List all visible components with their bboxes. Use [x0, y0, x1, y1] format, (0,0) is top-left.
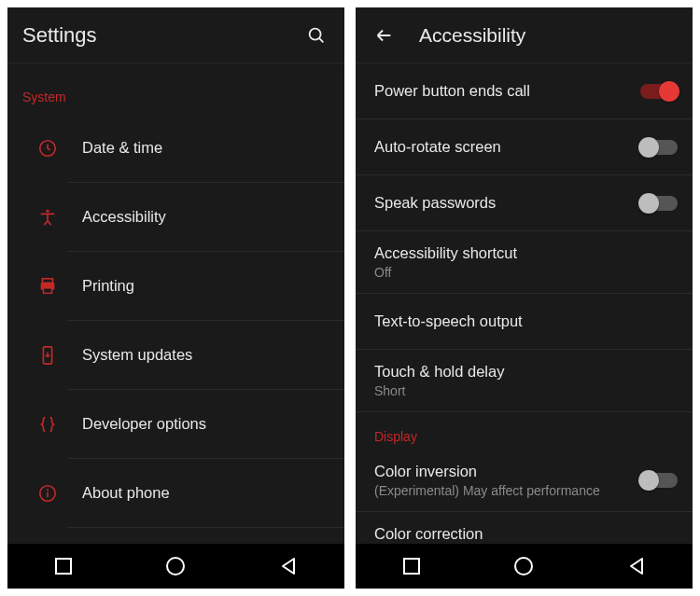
item-label: Color correction	[374, 525, 678, 543]
item-label: Text-to-speech output	[374, 312, 678, 330]
item-label: Date & time	[82, 139, 329, 157]
svg-line-1	[319, 37, 323, 41]
item-touch-hold-delay[interactable]: Touch & hold delay Short	[356, 350, 693, 412]
braces-icon	[37, 414, 58, 435]
toggle-power-button-ends-call[interactable]	[640, 84, 678, 99]
page-title: Settings	[22, 23, 303, 48]
item-label: Auto-rotate screen	[374, 138, 640, 156]
settings-item-system-updates[interactable]: System updates	[67, 321, 344, 390]
info-icon	[37, 483, 58, 504]
toggle-speak-passwords[interactable]	[640, 196, 678, 211]
toggle-auto-rotate[interactable]	[640, 140, 678, 155]
svg-point-0	[310, 28, 321, 39]
circle-icon	[165, 556, 186, 576]
settings-item-accessibility[interactable]: Accessibility	[67, 183, 344, 252]
item-accessibility-shortcut[interactable]: Accessibility shortcut Off	[356, 231, 693, 294]
nav-back-button[interactable]	[609, 556, 665, 576]
appbar: Accessibility	[356, 7, 693, 63]
settings-screen: Settings System Date & time Accessibilit…	[7, 7, 344, 589]
item-label: Touch & hold delay	[374, 363, 678, 381]
circle-icon	[513, 556, 534, 576]
svg-rect-10	[47, 492, 49, 497]
item-sub: (Experimental) May affect performance	[374, 483, 640, 498]
svg-rect-6	[43, 287, 51, 293]
accessibility-screen: Accessibility Power button ends call Aut…	[356, 7, 693, 589]
item-label: About phone	[82, 484, 329, 502]
android-navbar	[356, 544, 693, 589]
item-label: Power button ends call	[374, 82, 640, 100]
arrow-back-icon	[373, 25, 394, 46]
page-title: Accessibility	[419, 24, 525, 47]
section-header-display: Display	[356, 412, 693, 450]
accessibility-icon	[37, 207, 58, 228]
nav-recent-button[interactable]	[35, 557, 91, 575]
section-header-system: System	[7, 63, 344, 114]
item-label: Color inversion	[374, 463, 640, 480]
search-icon	[306, 25, 327, 46]
item-label: Printing	[82, 277, 329, 295]
square-icon	[402, 557, 421, 575]
accessibility-list: Power button ends call Auto-rotate scree…	[356, 63, 693, 544]
settings-item-about-phone[interactable]: About phone	[67, 459, 344, 528]
nav-recent-button[interactable]	[384, 557, 440, 575]
nav-home-button[interactable]	[147, 556, 203, 576]
item-label: Speak passwords	[374, 194, 640, 212]
settings-item-date-time[interactable]: Date & time	[67, 114, 344, 183]
android-navbar	[7, 544, 344, 589]
item-color-correction[interactable]: Color correction	[356, 512, 693, 544]
printer-icon	[37, 276, 58, 297]
phone-update-icon	[37, 345, 58, 366]
svg-point-3	[46, 209, 49, 212]
back-button[interactable]	[371, 22, 397, 49]
item-label: Accessibility shortcut	[374, 244, 678, 262]
item-label: Accessibility	[82, 208, 329, 226]
appbar: Settings	[7, 7, 344, 63]
settings-list: System Date & time Accessibility Printin…	[7, 63, 344, 544]
svg-point-9	[47, 489, 49, 491]
svg-rect-13	[404, 559, 419, 574]
svg-point-14	[515, 558, 532, 575]
item-speak-passwords[interactable]: Speak passwords	[356, 175, 693, 231]
search-button[interactable]	[303, 22, 329, 49]
triangle-back-icon	[626, 556, 647, 576]
item-power-button-ends-call[interactable]: Power button ends call	[356, 63, 693, 119]
svg-point-12	[167, 558, 184, 575]
settings-item-printing[interactable]: Printing	[67, 252, 344, 321]
nav-home-button[interactable]	[496, 556, 552, 576]
item-auto-rotate-screen[interactable]: Auto-rotate screen	[356, 119, 693, 175]
item-sub: Short	[374, 383, 678, 398]
item-label: Developer options	[82, 415, 329, 433]
settings-item-developer-options[interactable]: Developer options	[67, 390, 344, 459]
triangle-back-icon	[278, 556, 299, 576]
svg-rect-11	[56, 559, 71, 574]
clock-icon	[37, 138, 58, 159]
item-label: System updates	[82, 346, 329, 364]
nav-back-button[interactable]	[260, 556, 316, 576]
item-sub: Off	[374, 265, 678, 280]
item-text-to-speech[interactable]: Text-to-speech output	[356, 294, 693, 350]
svg-rect-4	[43, 278, 53, 283]
toggle-color-inversion[interactable]	[640, 473, 678, 488]
square-icon	[54, 557, 73, 575]
item-color-inversion[interactable]: Color inversion (Experimental) May affec…	[356, 450, 693, 512]
